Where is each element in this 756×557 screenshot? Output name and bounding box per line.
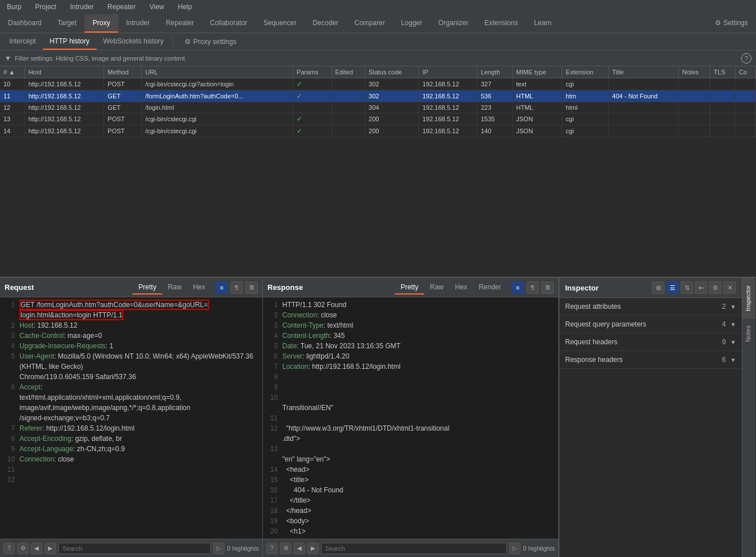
cell-extension: htm	[562, 90, 609, 102]
tab-settings[interactable]: ⚙ Settings	[707, 14, 756, 33]
col-header-status[interactable]: Status code	[365, 66, 419, 78]
request-search-next-icon[interactable]: ▶	[45, 543, 56, 554]
filter-help-button[interactable]: ?	[741, 53, 751, 63]
cell-tls	[710, 125, 735, 137]
menu-project[interactable]: Project	[33, 2, 58, 12]
menu-repeater[interactable]: Repeater	[105, 2, 138, 12]
request-icon-more[interactable]: ≣	[245, 281, 258, 294]
tab-dashboard[interactable]: Dashboard	[0, 14, 50, 33]
col-header-edited[interactable]: Edited	[331, 66, 365, 78]
cell-status: 200	[365, 125, 419, 137]
request-tab-raw[interactable]: Raw	[162, 281, 187, 295]
side-tab-inspector[interactable]: Inspector	[742, 278, 755, 318]
table-row[interactable]: 14 http://192.168.5.12 POST /cgi-bin/cst…	[0, 125, 756, 137]
request-search-settings-icon[interactable]: ⚙	[17, 543, 29, 554]
col-header-extension[interactable]: Extension	[562, 66, 609, 78]
cell-params: ✓	[293, 90, 331, 102]
tab-collaborator[interactable]: Collaborator	[202, 14, 255, 33]
table-row[interactable]: 11 http://192.168.5.12 GET /formLoginAut…	[0, 90, 756, 102]
col-header-url[interactable]: URL	[142, 66, 293, 78]
cell-edited	[331, 125, 365, 137]
tab-organizer[interactable]: Organizer	[430, 14, 477, 33]
code-line: 11	[2, 464, 260, 475]
cell-extension: cgi	[562, 125, 609, 137]
code-line: .dtd">	[265, 433, 556, 444]
response-search-settings-icon[interactable]: ⚙	[280, 543, 291, 554]
tab-intruder[interactable]: Intruder	[118, 14, 158, 33]
request-search-prev-icon[interactable]: ◀	[31, 543, 42, 554]
cell-id: 14	[0, 125, 25, 137]
tab-target[interactable]: Target	[50, 14, 85, 33]
menu-help[interactable]: Help	[175, 2, 194, 12]
request-tab-pretty[interactable]: Pretty	[133, 281, 162, 295]
response-icon-wrap[interactable]: ≡	[511, 281, 524, 294]
response-search-prev-icon[interactable]: ◀	[294, 543, 305, 554]
inspector-section-row[interactable]: Request headers 9 ▼	[559, 333, 742, 351]
menu-view[interactable]: View	[147, 2, 166, 12]
inspector-section-row[interactable]: Response headers 6 ▼	[559, 351, 742, 368]
col-header-host[interactable]: Host	[25, 66, 104, 78]
tab-repeater[interactable]: Repeater	[158, 14, 202, 33]
col-header-params[interactable]: Params	[293, 66, 331, 78]
table-row[interactable]: 10 http://192.168.5.12 POST /cgi-bin/cst…	[0, 78, 756, 90]
side-tab-notes[interactable]: Notes	[742, 318, 755, 349]
col-header-id[interactable]: # ▲	[0, 66, 25, 78]
sub-tab-intercept[interactable]: Intercept	[2, 34, 43, 50]
response-tab-pretty[interactable]: Pretty	[395, 281, 424, 295]
menu-burp[interactable]: Burp	[5, 2, 23, 12]
proxy-settings-button[interactable]: ⚙ Proxy settings	[180, 35, 241, 48]
sub-tab-websockets[interactable]: WebSockets history	[97, 34, 171, 50]
cell-status: 304	[365, 102, 419, 113]
tab-sequencer[interactable]: Sequencer	[255, 14, 305, 33]
request-search-exec-icon[interactable]: ▷	[213, 543, 225, 554]
response-tab-render[interactable]: Render	[473, 281, 507, 295]
col-header-ip[interactable]: IP	[419, 66, 477, 78]
response-search-input[interactable]	[321, 543, 507, 554]
table-row[interactable]: 12 http://192.168.5.12 GET /login.html 3…	[0, 102, 756, 113]
chevron-down-icon: ▼	[730, 321, 736, 328]
cell-host: http://192.168.5.12	[25, 78, 104, 90]
response-search-next-icon[interactable]: ▶	[307, 543, 319, 554]
inspector-icon-settings[interactable]: ⚙	[709, 281, 722, 294]
col-header-method[interactable]: Method	[104, 66, 142, 78]
response-tab-hex[interactable]: Hex	[449, 281, 473, 295]
inspector-icon-close[interactable]: ✕	[723, 281, 736, 294]
inspector-icon-filter[interactable]: ⇤	[695, 281, 707, 294]
inspector-icon-sort[interactable]: ⇅	[681, 281, 693, 294]
col-header-title[interactable]: Title	[609, 66, 679, 78]
request-search-help-icon[interactable]: ?	[3, 543, 15, 554]
cell-edited	[331, 102, 365, 113]
response-tab-raw[interactable]: Raw	[424, 281, 449, 295]
table-row[interactable]: 13 http://192.168.5.12 POST /cgi-bin/cst…	[0, 113, 756, 125]
http-history-table-container[interactable]: # ▲ Host Method URL Params Edited Status…	[0, 66, 756, 277]
response-icon-indent[interactable]: ¶	[526, 281, 539, 294]
inspector-section-row[interactable]: Request attributes 2 ▼	[559, 298, 742, 315]
code-line: 4Content-Length: 345	[265, 331, 556, 341]
cell-id: 10	[0, 78, 25, 90]
response-icon-more[interactable]: ≣	[541, 281, 554, 294]
sub-tab-http-history[interactable]: HTTP history	[43, 34, 97, 50]
tab-comparer[interactable]: Comparer	[346, 14, 393, 33]
tab-logger[interactable]: Logger	[393, 14, 430, 33]
col-header-notes[interactable]: Notes	[678, 66, 710, 78]
tab-learn[interactable]: Learn	[526, 14, 559, 33]
menu-intruder[interactable]: Intruder	[68, 2, 96, 12]
response-search-exec-icon[interactable]: ▷	[509, 543, 521, 554]
code-line: 12	[2, 475, 260, 485]
request-icon-indent[interactable]: ¶	[230, 281, 243, 294]
response-search-help-icon[interactable]: ?	[266, 543, 278, 554]
request-icon-wrap[interactable]: ≡	[215, 281, 228, 294]
inspector-section-row[interactable]: Request query parameters 4 ▼	[559, 316, 742, 333]
tab-decoder[interactable]: Decoder	[305, 14, 346, 33]
col-header-length[interactable]: Length	[477, 66, 513, 78]
col-header-co[interactable]: Co	[735, 66, 756, 78]
inspector-icon-list[interactable]: ☰	[666, 281, 679, 294]
col-header-tls[interactable]: TLS	[710, 66, 735, 78]
tab-extensions[interactable]: Extensions	[477, 14, 526, 33]
request-tab-hex[interactable]: Hex	[187, 281, 211, 295]
tab-proxy[interactable]: Proxy	[85, 14, 118, 33]
col-header-mime[interactable]: MIME type	[513, 66, 562, 78]
request-search-input[interactable]	[58, 543, 211, 554]
inspector-icon-grid[interactable]: ⊞	[652, 281, 665, 294]
code-line: 11	[265, 413, 556, 423]
